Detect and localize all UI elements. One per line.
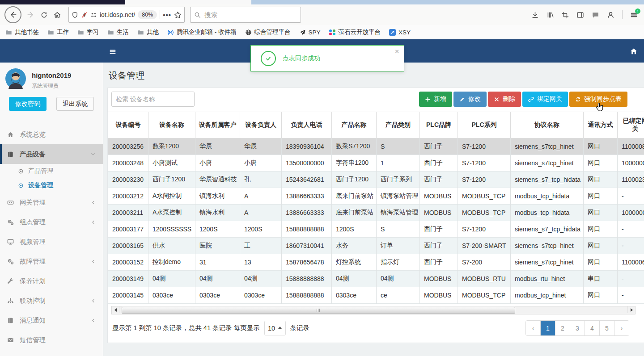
table-row[interactable]: 200003211 A水泵控制 镇海水利 A 13886663333 底来门前泵…: [108, 205, 644, 221]
sidebar-item-gateway[interactable]: 网关管理: [0, 193, 103, 212]
bookmark-item[interactable]: 其他书签: [5, 28, 39, 36]
page-2[interactable]: 2: [555, 321, 570, 335]
table-row[interactable]: 200003145 0303ce 0303ce 0303ce 158888888…: [108, 287, 644, 304]
cell-device-name: 西门子1200: [148, 172, 195, 188]
page-3[interactable]: 3: [570, 321, 585, 335]
page-next[interactable]: ›: [614, 321, 629, 335]
page-prev[interactable]: ‹: [526, 321, 540, 335]
sidebar-item-fault[interactable]: 故障管理: [0, 251, 103, 271]
url-bar[interactable]: iot.idosp.net/admin/index.html? 80% •••: [68, 7, 185, 23]
page-1[interactable]: 1: [540, 321, 555, 335]
sidebar-item-sms[interactable]: 短信管理: [0, 330, 103, 350]
cell-product-category: S: [377, 221, 420, 238]
scroll-right-arrow[interactable]: [627, 306, 635, 313]
url-text[interactable]: iot.idosp.net/admin/index.html?: [100, 11, 135, 18]
table-row[interactable]: 200003230 西门子1200 华辰智通科技 孔 15243642681 西…: [108, 172, 644, 188]
back-button[interactable]: [4, 6, 21, 23]
scroll-left-arrow[interactable]: [112, 306, 119, 313]
bookmark-item[interactable]: 腾讯企业邮箱 - 收件箱: [167, 28, 237, 36]
cell-product-category: 04测: [377, 271, 420, 287]
downloads-button[interactable]: [531, 11, 539, 19]
logout-button[interactable]: 退出系统: [56, 97, 94, 111]
cell-product-category: ce: [377, 287, 420, 304]
cell-plc-series: S7-200: [458, 254, 511, 271]
bookmark-item[interactable]: 其他: [137, 28, 159, 36]
browser-search-bar[interactable]: 搜索: [190, 7, 301, 23]
sidebar-item-screen[interactable]: 大屏管理: [0, 350, 103, 356]
table-row[interactable]: 200003177 1200SSSSSS 1200S 1200S 1588888…: [108, 221, 644, 238]
cell-phone: 15888888888: [282, 271, 332, 287]
change-password-button[interactable]: 修改密码: [9, 97, 47, 111]
search-placeholder: 搜索: [204, 11, 217, 19]
toolbar-right-icons: ↑: [531, 10, 644, 19]
forward-button[interactable]: [27, 11, 35, 19]
cell-plc-brand: MODBUS: [420, 271, 458, 287]
cell-plc-brand: 西门子: [420, 238, 458, 254]
folder-icon: [5, 29, 12, 36]
table-row[interactable]: 200003248 小唐测试 小唐 小唐 13500000000 字符串1200…: [108, 155, 644, 172]
cell-phone: 15878656478: [282, 254, 332, 271]
screenshot-button[interactable]: [562, 11, 569, 19]
sidebar-item-video[interactable]: 视频管理: [0, 232, 103, 251]
sidebar-item-linkage[interactable]: 联动控制: [0, 291, 103, 310]
table-row[interactable]: 200003212 A水闸控制 镇海水利 A 13886663333 底来门前泵…: [108, 188, 644, 205]
user-info: hignton2019 系统管理员: [32, 68, 71, 90]
page-4[interactable]: 4: [585, 321, 599, 335]
table-row[interactable]: 200003149 04测 04测 04测 15888888888 04测 04…: [108, 271, 644, 287]
sidebar-item-product-device[interactable]: 产品设备: [0, 144, 103, 164]
sidebar-item-notification[interactable]: 消息通知: [0, 310, 103, 330]
bookmark-item[interactable]: 萤石云开放平台: [329, 28, 381, 36]
bookmark-item[interactable]: 工作: [47, 28, 69, 36]
cell-device-id: 200003256: [108, 138, 148, 155]
bind-gateway-button[interactable]: 绑定网关: [522, 92, 568, 107]
library-button[interactable]: [547, 11, 554, 19]
permissions-icon[interactable]: [90, 12, 97, 18]
cell-bound-gateway: 1000000: [618, 155, 644, 172]
search-icon: [194, 12, 201, 18]
bookmark-star-icon[interactable]: [174, 11, 182, 19]
zoom-badge[interactable]: 80%: [138, 10, 157, 19]
page-size-select[interactable]: 10: [264, 321, 286, 335]
bookmark-item[interactable]: 综合管理平台: [245, 28, 291, 36]
reload-button[interactable]: [40, 11, 48, 19]
sidebar-item-device-mgmt[interactable]: 设备管理: [0, 178, 103, 193]
bookmark-item[interactable]: 生活: [107, 28, 129, 36]
messages-button[interactable]: [592, 11, 599, 19]
page-actions-icon[interactable]: •••: [163, 11, 171, 19]
device-search-input[interactable]: [111, 92, 195, 107]
sidebar-item-maintenance[interactable]: 保养计划: [0, 271, 103, 291]
tencent-mail-icon: [167, 29, 174, 36]
bookmark-item[interactable]: ↗XSY: [389, 29, 411, 36]
sidebar-button[interactable]: [576, 11, 584, 19]
add-button[interactable]: 新增: [419, 92, 452, 107]
cell-phone: 13886663333: [282, 205, 332, 221]
app-home-button[interactable]: [630, 47, 638, 55]
sidebar-item-product-mgmt[interactable]: 产品管理: [0, 164, 103, 178]
page-5[interactable]: 5: [599, 321, 614, 335]
toast-close-icon[interactable]: ×: [395, 48, 399, 54]
edit-button[interactable]: 修改: [453, 92, 487, 107]
table-row[interactable]: 200003256 数采1200 华辰 华辰 18390936104 数采S71…: [108, 138, 644, 155]
home-button[interactable]: [53, 11, 61, 19]
cell-bound-gateway: 1100023: [618, 172, 644, 188]
delete-button[interactable]: 删除: [488, 92, 521, 107]
account-button[interactable]: [607, 11, 614, 19]
dot-circle-icon: [18, 168, 24, 174]
bookmark-item[interactable]: 学习: [77, 28, 99, 36]
sidebar-item-overview[interactable]: 系统总览: [0, 125, 103, 144]
horizontal-scrollbar[interactable]: [111, 306, 636, 314]
shield-icon[interactable]: [72, 12, 78, 18]
flash-blocked-icon[interactable]: [81, 12, 88, 18]
link-icon: [528, 96, 534, 102]
sidebar-toggle-button[interactable]: [109, 47, 116, 55]
table-row[interactable]: 200003152 控制demo 31 13 15878656478 灯控系统 …: [108, 254, 644, 271]
scrollbar-thumb[interactable]: [122, 307, 515, 314]
bookmark-label: 生活: [117, 28, 129, 36]
cell-phone: 13886663333: [282, 188, 332, 205]
app-menu-button[interactable]: ↑: [630, 11, 638, 19]
bookmark-item[interactable]: SPY: [299, 29, 321, 36]
sidebar-item-config[interactable]: 组态管理: [0, 212, 103, 232]
cell-bound-gateway: 1000000: [618, 205, 644, 221]
table-row[interactable]: 200003165 供水 医院 王 18607310041 水务 订单 西门子 …: [108, 238, 644, 254]
cell-device-id: 200003177: [108, 221, 148, 238]
